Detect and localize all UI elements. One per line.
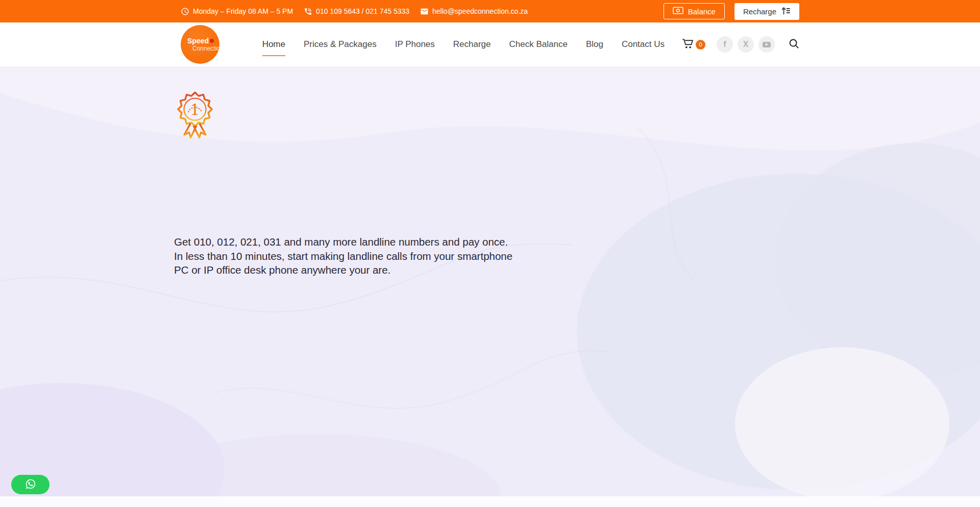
phone-numbers-text[interactable]: 010 109 5643 / 021 745 5333 bbox=[316, 7, 409, 15]
hero-line-2: In less than 10 minutes, start making la… bbox=[174, 249, 512, 263]
x-twitter-link[interactable]: X bbox=[738, 36, 754, 53]
hero-line-1: Get 010, 012, 021, 031 and many more lan… bbox=[174, 235, 512, 249]
balance-button[interactable]: Balance bbox=[664, 3, 725, 19]
cart-button[interactable]: 0 bbox=[682, 38, 705, 51]
search-button[interactable] bbox=[789, 38, 799, 51]
email-text[interactable]: hello@speedconnection.co.za bbox=[432, 7, 528, 15]
youtube-icon bbox=[763, 42, 771, 47]
social-links: f X bbox=[717, 36, 775, 53]
banknote-icon bbox=[673, 7, 683, 16]
hero-line-3: PC or IP office desk phone anywhere your… bbox=[174, 263, 512, 277]
nav-item-blog[interactable]: Blog bbox=[586, 39, 603, 50]
cart-icon bbox=[682, 38, 694, 51]
recharge-button[interactable]: Recharge bbox=[734, 3, 799, 20]
brand-name-line1: Speed bbox=[187, 37, 209, 45]
youtube-link[interactable] bbox=[758, 36, 775, 53]
brand-name-line2: Connection bbox=[192, 45, 219, 52]
recharge-button-label: Recharge bbox=[743, 7, 776, 16]
nav-item-home[interactable]: Home bbox=[262, 39, 285, 50]
search-icon bbox=[789, 38, 799, 51]
wavy-background bbox=[0, 66, 980, 496]
nav-item-check-balance[interactable]: Check Balance bbox=[509, 39, 568, 50]
facebook-link[interactable]: f bbox=[717, 36, 733, 53]
hero-paragraph: Get 010, 012, 021, 031 and many more lan… bbox=[174, 235, 512, 277]
main-nav: Home Prices & Packages IP Phones Recharg… bbox=[262, 39, 665, 50]
award-number: 1 bbox=[190, 101, 200, 118]
facebook-icon: f bbox=[723, 40, 726, 49]
next-section-edge bbox=[0, 496, 980, 507]
x-twitter-icon: X bbox=[743, 40, 749, 49]
active-underline bbox=[262, 55, 285, 56]
nav-item-recharge[interactable]: Recharge bbox=[453, 39, 491, 50]
topbar: Monday – Friday 08 AM – 5 PM 010 109 564… bbox=[0, 0, 980, 22]
mail-icon bbox=[420, 7, 429, 16]
nav-item-home-label: Home bbox=[262, 39, 285, 49]
business-hours-text: Monday – Friday 08 AM – 5 PM bbox=[193, 7, 293, 15]
clock-icon bbox=[181, 7, 189, 16]
nav-item-contact-us[interactable]: Contact Us bbox=[622, 39, 665, 50]
cart-count-badge: 0 bbox=[696, 40, 705, 50]
brand-red-dot bbox=[210, 39, 214, 43]
nav-item-prices-packages[interactable]: Prices & Packages bbox=[304, 39, 377, 50]
business-hours: Monday – Friday 08 AM – 5 PM bbox=[181, 7, 293, 16]
site-header: Speed Connection Home Prices & Packages … bbox=[0, 22, 980, 66]
balance-button-label: Balance bbox=[688, 7, 716, 16]
award-ribbon-icon: 1 bbox=[176, 91, 214, 141]
whatsapp-icon bbox=[25, 478, 36, 491]
email-link[interactable]: hello@speedconnection.co.za bbox=[420, 7, 528, 16]
hero-section: 1 Get 010, 012, 021, 031 and many more l… bbox=[0, 66, 980, 496]
phone-numbers-link[interactable]: 010 109 5643 / 021 745 5333 bbox=[304, 7, 409, 16]
brand-logo[interactable]: Speed Connection bbox=[181, 25, 219, 64]
phone-icon bbox=[304, 7, 312, 16]
upload-lines-icon bbox=[781, 6, 791, 16]
whatsapp-button[interactable] bbox=[11, 475, 50, 494]
nav-item-ip-phones[interactable]: IP Phones bbox=[395, 39, 435, 50]
